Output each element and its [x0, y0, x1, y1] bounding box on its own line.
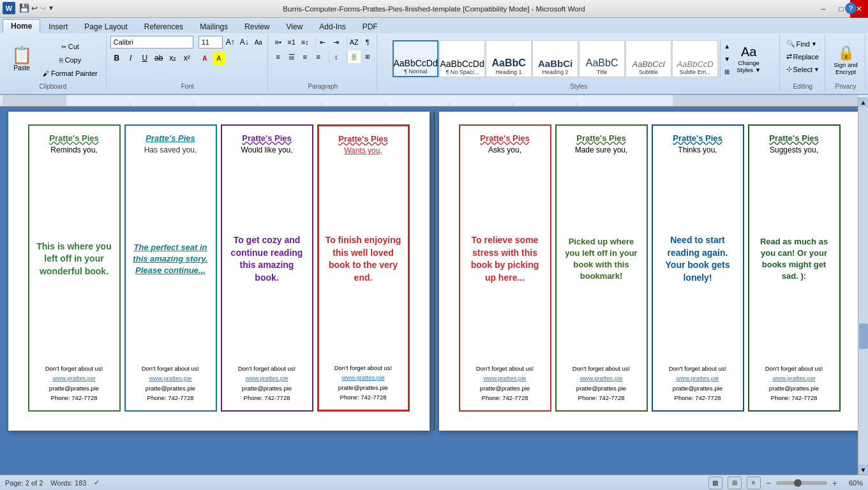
bookmark-card-6: Pratte's Pies Made sure you, Picked up w… [555, 124, 648, 412]
clear-format-button[interactable]: Aa [252, 36, 265, 48]
help-icon[interactable]: ? [845, 3, 857, 14]
select-button[interactable]: ⊹ Select ▼ [784, 64, 823, 75]
replace-button[interactable]: ⇄ Replace [784, 51, 823, 62]
bookmark-card-7: Pratte's Pies Thinks you, Need to start … [652, 124, 744, 412]
zoom-out-button[interactable]: − [766, 478, 771, 488]
bookmark-card-2: Pratte's Pies Has saved you, The perfect… [124, 124, 217, 412]
bookmark-7-footer: Don't forget about us! www.prattes.pie p… [658, 364, 738, 403]
style-subtle-em-preview: AaBbCcD [677, 59, 714, 69]
align-center-button[interactable]: ☰ [285, 50, 298, 63]
select-icon: ⊹ [786, 65, 792, 73]
text-effects-button[interactable]: A [198, 52, 211, 64]
decrease-indent-button[interactable]: ⇤ [317, 36, 329, 48]
tab-pdf[interactable]: PDF [354, 19, 386, 33]
zoom-slider[interactable] [776, 481, 827, 485]
decrease-font-button[interactable]: A↓ [238, 36, 251, 48]
style-heading1[interactable]: AaBbC Heading 1 [486, 40, 532, 77]
style-subtle-em[interactable]: AaBbCcD Subtle Em... [672, 40, 718, 77]
redo-icon[interactable]: ↪ [40, 4, 46, 13]
increase-font-button[interactable]: A↑ [224, 36, 237, 48]
bullets-button[interactable]: ≡• [272, 36, 285, 48]
change-styles-button[interactable]: Aa ChangeStyles ▼ [733, 37, 765, 80]
shading-button[interactable]: ▒ [348, 50, 361, 63]
select-label: Select [793, 66, 813, 73]
italic-button[interactable]: I [124, 52, 137, 64]
align-left-button[interactable]: ≡ [272, 50, 285, 63]
tab-mailings[interactable]: Mailings [191, 19, 236, 33]
scroll-down-button[interactable]: ▼ [858, 464, 868, 475]
style-heading2-label: Heading 2 [542, 69, 569, 75]
save-icon[interactable]: 💾 [19, 3, 29, 13]
bookmark-6-footer: Don't forget about us! www.prattes.pie p… [562, 364, 641, 403]
multilevel-button[interactable]: ≡↕ [299, 36, 311, 48]
vertical-scrollbar[interactable]: ▲ ▼ [858, 97, 868, 475]
spell-check-icon[interactable]: ✓ [94, 479, 100, 487]
word-count: Words: 183 [50, 479, 86, 487]
page-right: Pratte's Pies Asks you, To relieve some … [439, 112, 860, 431]
underline-button[interactable]: U [138, 52, 151, 64]
sign-encrypt-icon: 🔒 [837, 45, 855, 61]
align-right-button[interactable]: ≡ [299, 50, 311, 63]
styles-more[interactable]: ⊞ [722, 65, 732, 78]
bookmark-3-body: To get cozy and continue reading this am… [227, 160, 307, 359]
customize-icon[interactable]: ▼ [48, 4, 54, 11]
clipboard-controls: 📋 Paste ✂ Cut ⎘ Copy 🖌 Format [5, 36, 101, 82]
scroll-up-button[interactable]: ▲ [858, 97, 868, 107]
bookmark-2-body: The perfect seat in this amazing story. … [131, 160, 211, 359]
style-heading1-preview: AaBbC [491, 57, 525, 69]
sign-encrypt-button[interactable]: 🔒 Sign andEncrypt [829, 38, 862, 82]
styles-group: AaBbCcDd ¶ Normal AaBbCcDd ¶ No Spaci...… [378, 34, 780, 91]
paste-button[interactable]: 📋 Paste [5, 38, 38, 79]
page-info: Page: 2 of 2 [5, 479, 43, 487]
style-subtle-em-label: Subtle Em... [680, 69, 711, 75]
styles-scroll-up[interactable]: ▲ [722, 40, 732, 52]
format-painter-button[interactable]: 🖌 Format Painter [40, 68, 101, 79]
border-button[interactable]: ⊞ [361, 50, 374, 63]
privacy-label: Privacy [835, 82, 857, 90]
tab-page-layout[interactable]: Page Layout [76, 19, 135, 33]
copy-button[interactable]: ⎘ Copy [40, 54, 101, 66]
highlight-button[interactable]: A [213, 52, 225, 64]
bookmark-5-body: To relieve some stress with this book by… [465, 160, 545, 359]
tab-home[interactable]: Home [3, 19, 40, 33]
cut-button[interactable]: ✂ Cut [40, 41, 101, 52]
tab-view[interactable]: View [278, 19, 311, 33]
style-title-label: Title [597, 69, 608, 75]
styles-scroll-down[interactable]: ▼ [722, 52, 732, 65]
window-controls[interactable]: – □ ✕ [814, 0, 868, 18]
tab-insert[interactable]: Insert [40, 19, 76, 33]
style-heading2[interactable]: AaBbCi Heading 2 [532, 40, 578, 77]
increase-indent-button[interactable]: ⇥ [330, 36, 343, 48]
tab-references[interactable]: References [136, 19, 191, 33]
copy-icon: ⎘ [59, 57, 63, 64]
style-no-spacing[interactable]: AaBbCcDd ¶ No Spaci... [439, 40, 485, 77]
line-spacing-button[interactable]: ↕ [330, 50, 343, 63]
tab-add-ins[interactable]: Add-Ins [311, 19, 354, 33]
style-subtitle[interactable]: AaBbCcI Subtitle [625, 40, 671, 77]
font-group: Calibri 11 A↑ A↓ Aa B I U ab x₂ x² [108, 34, 268, 91]
view-fullscreen-button[interactable]: ⊞ [728, 477, 742, 489]
zoom-in-button[interactable]: + [832, 478, 837, 488]
numbering-button[interactable]: ≡1 [285, 36, 298, 48]
page-divider [433, 112, 435, 431]
undo-icon[interactable]: ↩ [31, 4, 38, 13]
font-size-input[interactable]: 11 [198, 36, 223, 48]
strikethrough-button[interactable]: ab [153, 52, 165, 64]
sort-button[interactable]: AZ [348, 36, 361, 48]
show-marks-button[interactable]: ¶ [361, 36, 374, 48]
scroll-thumb[interactable] [859, 323, 868, 349]
style-normal[interactable]: AaBbCcDd ¶ Normal [393, 40, 438, 77]
minimize-button[interactable]: – [814, 0, 832, 18]
find-button[interactable]: 🔍 Find ▼ [784, 38, 823, 49]
view-web-button[interactable]: ≡ [747, 477, 761, 489]
bookmark-4-title: Pratte's Pies [324, 134, 403, 144]
font-name-input[interactable]: Calibri [110, 36, 193, 48]
bookmark-2-title: Pratte's Pies [131, 133, 211, 143]
tab-review[interactable]: Review [236, 19, 278, 33]
view-print-button[interactable]: ▦ [708, 477, 722, 489]
superscript-button[interactable]: x² [181, 52, 193, 64]
justify-button[interactable]: ≡ [312, 50, 325, 63]
style-title[interactable]: AaBbC Title [579, 40, 625, 77]
bold-button[interactable]: B [110, 52, 123, 64]
subscript-button[interactable]: x₂ [167, 52, 179, 64]
